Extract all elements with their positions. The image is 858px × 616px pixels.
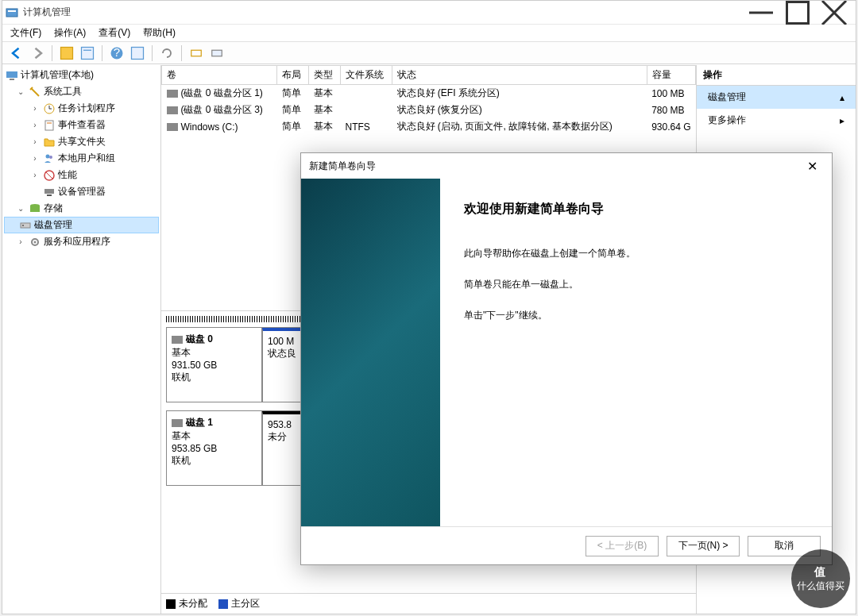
svg-point-21 — [46, 154, 50, 158]
wizard-dialog: 新建简单卷向导 ✕ 欢迎使用新建简单卷向导 此向导帮助你在磁盘上创建一个简单卷。… — [300, 152, 833, 565]
refresh-button[interactable] — [157, 44, 176, 62]
legend-primary: 主分区 — [218, 597, 260, 610]
watermark-text: 什么值得买 — [797, 579, 844, 593]
svg-rect-25 — [44, 189, 54, 194]
storage-icon — [29, 202, 41, 215]
expand-icon[interactable]: › — [29, 153, 41, 164]
toolbar-separator — [181, 45, 182, 61]
watermark: 值 什么值得买 — [791, 549, 850, 608]
expand-icon[interactable]: › — [29, 103, 41, 114]
svg-rect-19 — [45, 121, 53, 130]
toolbar-separator — [52, 45, 52, 61]
tree-disk-management[interactable]: 磁盘管理 — [4, 217, 159, 233]
properties-button[interactable] — [78, 44, 97, 62]
maximize-button[interactable] — [779, 1, 816, 25]
dialog-side-graphic — [301, 179, 440, 526]
col-capacity[interactable]: 容量 — [647, 66, 695, 85]
tree-root[interactable]: 计算机管理(本地) — [4, 67, 159, 83]
table-row[interactable]: (磁盘 0 磁盘分区 1)简单基本状态良好 (EFI 系统分区)100 MB — [162, 85, 696, 102]
chevron-up-icon: ▴ — [840, 92, 844, 103]
disk-info: 磁盘 0 基本 931.50 GB 联机 — [167, 328, 262, 402]
help-button[interactable]: ? — [107, 44, 126, 62]
svg-text:?: ? — [114, 45, 120, 59]
show-hide-button[interactable] — [57, 44, 76, 62]
extra-button[interactable] — [207, 44, 226, 62]
settings-button[interactable] — [187, 44, 206, 62]
tree-system-tools[interactable]: ⌄ 系统工具 — [4, 83, 159, 100]
back-button[interactable]: < 上一步(B) — [586, 536, 659, 556]
toolbar-separator — [102, 45, 102, 61]
table-row[interactable]: Windows (C:)简单基本NTFS状态良好 (启动, 页面文件, 故障转储… — [162, 118, 696, 135]
actions-more[interactable]: 更多操作 ▸ — [697, 109, 856, 132]
close-button[interactable] — [816, 1, 852, 25]
tree-label: 磁盘管理 — [34, 218, 72, 232]
expand-icon[interactable]: › — [15, 237, 26, 248]
dialog-close-button[interactable]: ✕ — [800, 154, 824, 178]
expand-icon[interactable]: › — [29, 170, 41, 181]
col-layout[interactable]: 布局 — [277, 66, 309, 85]
tree-label: 共享文件夹 — [58, 135, 106, 148]
col-volume[interactable]: 卷 — [162, 66, 277, 85]
svg-rect-6 — [61, 47, 73, 59]
tree-task-scheduler[interactable]: › 任务计划程序 — [4, 100, 159, 117]
svg-point-32 — [34, 241, 37, 243]
svg-rect-11 — [132, 47, 144, 59]
services-icon — [29, 236, 41, 248]
tree-storage[interactable]: ⌄ 存储 — [4, 200, 159, 217]
menu-action[interactable]: 操作(A) — [48, 25, 92, 41]
svg-rect-28 — [30, 206, 40, 212]
chevron-right-icon: ▸ — [840, 115, 844, 126]
folder-icon — [43, 136, 56, 148]
disk-icon — [167, 106, 178, 114]
menu-help[interactable]: 帮助(H) — [137, 25, 182, 41]
svg-rect-12 — [191, 50, 202, 56]
actions-disk-mgmt[interactable]: 磁盘管理 ▴ — [697, 86, 856, 109]
back-button[interactable] — [7, 44, 26, 62]
collapse-icon[interactable]: ⌄ — [15, 87, 26, 98]
next-button[interactable]: 下一页(N) > — [667, 536, 740, 556]
col-status[interactable]: 状态 — [392, 66, 647, 85]
svg-rect-26 — [47, 194, 52, 196]
tree-label: 事件查看器 — [58, 118, 106, 132]
tree-services[interactable]: › 服务和应用程序 — [4, 233, 159, 250]
table-row[interactable]: (磁盘 0 磁盘分区 3)简单基本状态良好 (恢复分区)780 MB — [162, 102, 696, 118]
dialog-title: 新建简单卷向导 — [309, 160, 800, 173]
computer-icon — [6, 69, 18, 82]
svg-point-22 — [49, 156, 52, 159]
toolbar: ? — [2, 42, 856, 64]
menu-file[interactable]: 文件(F) — [4, 25, 48, 41]
volume-table: 卷 布局 类型 文件系统 状态 容量 (磁盘 0 磁盘分区 1)简单基本状态良好… — [161, 65, 696, 135]
event-icon — [43, 119, 56, 132]
tree-local-users[interactable]: › 本地用户和组 — [4, 150, 159, 167]
minimize-button[interactable] — [743, 1, 779, 25]
svg-rect-15 — [10, 79, 14, 80]
dialog-body: 欢迎使用新建简单卷向导 此向导帮助你在磁盘上创建一个简单卷。 简单卷只能在单一磁… — [301, 179, 832, 526]
legend: 未分配 主分区 — [161, 593, 696, 614]
dialog-text-2: 简单卷只能在单一磁盘上。 — [464, 277, 808, 292]
col-type[interactable]: 类型 — [309, 66, 341, 85]
disk-icon — [19, 219, 32, 232]
tree-event-viewer[interactable]: › 事件查看器 — [4, 117, 159, 133]
expand-icon[interactable]: › — [29, 120, 41, 131]
tree-performance[interactable]: › 性能 — [4, 167, 159, 183]
tree-label: 性能 — [58, 168, 77, 182]
forward-button[interactable] — [28, 44, 47, 62]
disk-icon — [167, 90, 178, 98]
svg-rect-14 — [6, 71, 17, 78]
menu-view[interactable]: 查看(V) — [92, 25, 137, 41]
tree-pane: 计算机管理(本地) ⌄ 系统工具 › 任务计划程序 › 事件查看器 › 共享文件… — [2, 65, 161, 614]
tree-device-manager[interactable]: 设备管理器 — [4, 183, 159, 200]
svg-line-24 — [45, 171, 53, 179]
expand-icon[interactable]: › — [29, 137, 41, 148]
app-icon — [6, 6, 18, 19]
collapse-icon[interactable]: ⌄ — [15, 203, 26, 214]
col-fs[interactable]: 文件系统 — [341, 66, 392, 85]
view-list-button[interactable] — [128, 44, 147, 62]
tree-label: 本地用户和组 — [58, 152, 115, 165]
tree-shared-folders[interactable]: › 共享文件夹 — [4, 133, 159, 150]
tree-root-label: 计算机管理(本地) — [21, 68, 94, 82]
tree-label: 存储 — [44, 202, 63, 215]
window-title: 计算机管理 — [23, 6, 743, 19]
performance-icon — [43, 169, 56, 182]
dialog-titlebar: 新建简单卷向导 ✕ — [301, 153, 832, 179]
